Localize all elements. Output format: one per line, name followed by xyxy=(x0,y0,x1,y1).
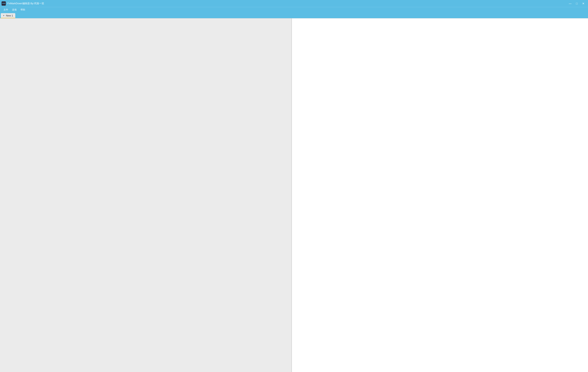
title-bar: XMD FxMarkDown编辑器 By:玳落一笑 — □ ✕ xyxy=(0,0,588,7)
menu-bar: 文件 选项 帮助 xyxy=(0,7,588,12)
logo-text: XMD xyxy=(2,3,5,4)
maximize-button[interactable]: □ xyxy=(574,1,580,6)
menu-options[interactable]: 选项 xyxy=(10,8,19,12)
tab-bar: × New 1 xyxy=(0,12,588,18)
menu-help[interactable]: 帮助 xyxy=(19,8,27,12)
close-button[interactable]: ✕ xyxy=(580,1,587,6)
editor-textarea[interactable] xyxy=(0,18,292,372)
tab-close-icon[interactable]: × xyxy=(3,14,4,17)
minimize-button[interactable]: — xyxy=(567,1,573,6)
main-content xyxy=(0,18,588,372)
app-logo: XMD xyxy=(1,1,6,6)
editor-pane xyxy=(0,18,292,372)
tab-new1[interactable]: × New 1 xyxy=(1,13,15,18)
tab-title: New 1 xyxy=(6,14,13,17)
app-title: FxMarkDown编辑器 By:玳落一笑 xyxy=(7,2,567,5)
preview-pane xyxy=(292,18,588,372)
window-controls: — □ ✕ xyxy=(567,1,587,6)
menu-file[interactable]: 文件 xyxy=(1,8,10,12)
